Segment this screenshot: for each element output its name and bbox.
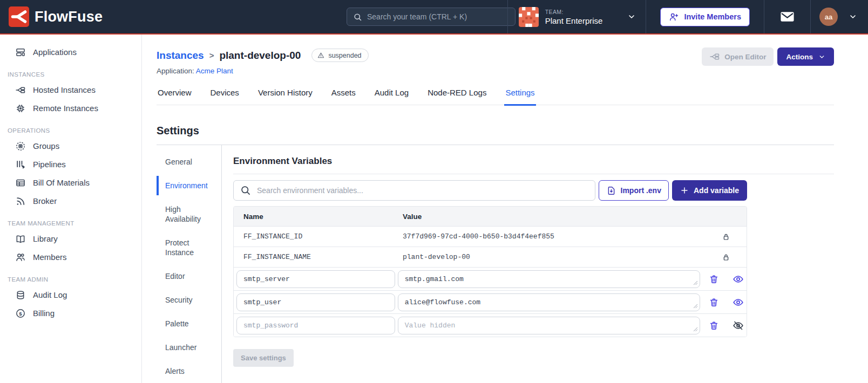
delete-variable-button[interactable] <box>709 297 719 307</box>
env-var-name-input[interactable] <box>236 317 395 334</box>
tab-node-red-logs[interactable]: Node-RED Logs <box>426 88 487 106</box>
settings-nav-launcher[interactable]: Launcher <box>157 343 217 352</box>
sidebar-item-label: Members <box>33 252 67 262</box>
tab-version-history[interactable]: Version History <box>257 88 314 106</box>
tab-audit-log[interactable]: Audit Log <box>374 88 410 106</box>
env-var-name-input[interactable] <box>236 293 395 311</box>
settings-nav: General Environment High Availability Pr… <box>157 145 222 383</box>
env-var-name: FF_INSTANCE_NAME <box>234 253 403 261</box>
audit-log-icon <box>15 290 26 300</box>
settings-nav-editor[interactable]: Editor <box>157 271 217 281</box>
library-icon <box>15 234 26 244</box>
billing-icon: $ <box>15 308 26 319</box>
settings-nav-alerts[interactable]: Alerts <box>157 366 217 376</box>
sidebar-item-label: Library <box>33 234 58 243</box>
env-var-value-input[interactable]: alice@flowfuse.com <box>398 293 700 311</box>
table-header: Name Value <box>234 207 747 226</box>
sidebar-item-hosted-instances[interactable]: Hosted Instances <box>0 81 141 98</box>
env-search[interactable] <box>233 180 595 201</box>
tab-assets[interactable]: Assets <box>330 88 357 106</box>
team-search-input[interactable] <box>367 12 509 21</box>
pipelines-icon <box>15 159 26 170</box>
brand-name: FlowFuse <box>35 9 103 25</box>
settings-heading: Settings <box>157 125 834 137</box>
sidebar-item-label: Bill Of Materials <box>33 178 90 187</box>
instance-tabs: Overview Devices Version History Assets … <box>157 88 834 105</box>
eye-off-icon[interactable] <box>733 320 744 331</box>
sidebar-section-team-management: TEAM MANAGEMENT <box>8 220 141 227</box>
add-variable-button[interactable]: Add variable <box>672 180 747 201</box>
application-link[interactable]: Acme Plant <box>196 67 233 75</box>
search-icon <box>240 185 251 196</box>
actions-button[interactable]: Actions <box>777 47 834 66</box>
settings-nav-environment[interactable]: Environment <box>157 181 217 190</box>
sidebar-item-bill-of-materials[interactable]: Bill Of Materials <box>0 174 141 191</box>
team-avatar <box>519 7 539 27</box>
settings-nav-security[interactable]: Security <box>157 295 217 305</box>
env-var-value: plant-develop-00 <box>403 253 709 261</box>
import-env-button[interactable]: Import .env <box>599 180 669 201</box>
sidebar-item-groups[interactable]: Groups <box>0 138 141 154</box>
column-header-value: Value <box>403 213 709 221</box>
chevron-down-icon[interactable] <box>627 12 636 21</box>
delete-variable-button[interactable] <box>709 274 719 284</box>
sidebar-item-label: Groups <box>33 141 59 151</box>
settings-nav-general[interactable]: General <box>157 157 217 167</box>
sidebar-item-applications[interactable]: Applications <box>0 44 141 60</box>
delete-variable-button[interactable] <box>709 320 719 331</box>
open-editor-label: Open Editor <box>724 53 766 61</box>
broker-icon <box>15 196 26 207</box>
column-header-name: Name <box>234 213 403 221</box>
application-line: Application: Acme Plant <box>157 67 834 75</box>
hosted-instances-icon <box>15 85 26 95</box>
remote-instances-icon <box>15 103 26 114</box>
warning-icon <box>317 51 325 59</box>
chevron-down-icon[interactable] <box>849 12 857 21</box>
flowfuse-logo[interactable]: FlowFuse <box>9 6 103 27</box>
tab-devices[interactable]: Devices <box>209 88 240 106</box>
team-selector[interactable]: TEAM: Plant Enterprise <box>508 0 646 33</box>
team-name: Plant Enterprise <box>545 16 603 25</box>
breadcrumb-instances-link[interactable]: Instances <box>157 50 204 61</box>
environment-panel: Environment Variables Import .env <box>222 145 834 383</box>
env-var-name: FF_INSTANCE_ID <box>234 232 403 241</box>
open-editor-button[interactable]: Open Editor <box>702 47 774 66</box>
sidebar-section-team-admin: TEAM ADMIN <box>8 276 141 283</box>
team-search[interactable] <box>347 8 516 26</box>
sidebar-item-label: Audit Log <box>33 290 67 299</box>
settings-nav-high-availability[interactable]: High Availability <box>157 204 217 224</box>
env-var-name-input[interactable] <box>236 270 395 288</box>
tab-settings[interactable]: Settings <box>504 88 535 106</box>
sidebar-item-pipelines[interactable]: Pipelines <box>0 156 141 173</box>
sidebar-item-broker[interactable]: Broker <box>0 193 141 209</box>
user-menu[interactable]: aa <box>811 0 868 33</box>
sidebar-item-remote-instances[interactable]: Remote Instances <box>0 100 141 117</box>
sidebar-item-label: Applications <box>33 47 77 57</box>
notifications-button[interactable] <box>764 0 810 33</box>
user-avatar[interactable]: aa <box>819 8 838 26</box>
search-icon <box>353 12 362 22</box>
eye-icon[interactable] <box>733 273 744 285</box>
invite-members-button[interactable]: Invite Members <box>660 8 750 26</box>
flowfuse-logo-icon <box>9 6 29 27</box>
settings-nav-protect-instance[interactable]: Protect Instance <box>157 238 217 257</box>
env-var-value-input[interactable] <box>398 317 700 334</box>
sidebar-item-billing[interactable]: $ Billing <box>0 305 141 322</box>
sidebar-item-label: Pipelines <box>33 160 66 169</box>
mail-icon <box>780 11 795 23</box>
sidebar-item-members[interactable]: Members <box>0 249 141 265</box>
top-navbar: FlowFuse TEAM: Plant Enterprise <box>0 0 868 35</box>
env-search-input[interactable] <box>257 186 588 195</box>
env-var-value-input[interactable]: smtp.gmail.com <box>398 270 700 288</box>
eye-icon[interactable] <box>733 297 744 308</box>
settings-nav-palette[interactable]: Palette <box>157 319 217 329</box>
tab-overview[interactable]: Overview <box>157 88 193 106</box>
add-variable-label: Add variable <box>694 186 739 195</box>
sidebar-item-library[interactable]: Library <box>0 230 141 247</box>
invite-members-label: Invite Members <box>684 12 741 21</box>
sidebar-item-label: Hosted Instances <box>33 85 96 94</box>
sidebar-item-audit-log[interactable]: Audit Log <box>0 286 141 303</box>
sidebar: Applications INSTANCES Hosted Instances … <box>0 35 142 383</box>
breadcrumb-separator: > <box>209 51 214 60</box>
save-settings-button[interactable]: Save settings <box>233 349 294 367</box>
